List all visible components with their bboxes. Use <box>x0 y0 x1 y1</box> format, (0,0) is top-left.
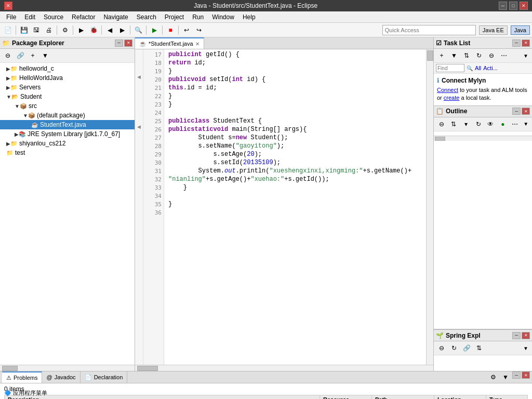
spring-link-button[interactable]: 🔗 <box>461 342 472 354</box>
filter-button[interactable]: ▼ <box>448 50 460 61</box>
tasklist-dropdown[interactable]: ▼ <box>522 52 530 59</box>
spring-collapse-button[interactable]: ⊖ <box>436 342 447 354</box>
print-button[interactable]: 🖨 <box>43 24 55 36</box>
gutter-annotation: ◀ <box>135 74 143 83</box>
outline-sort-button[interactable]: ⇅ <box>448 118 460 130</box>
menu-edit[interactable]: Edit <box>20 12 39 22</box>
outline-minimize-button[interactable]: ─ <box>512 108 521 115</box>
tree-item-default-package[interactable]: ▼ 📦 (default package) <box>0 111 135 120</box>
undo-button[interactable]: ↩ <box>181 24 192 36</box>
tab-close-button[interactable]: ✕ <box>195 41 200 47</box>
outline-collapse-button[interactable]: ⊖ <box>436 118 447 130</box>
outline-more-button[interactable]: ⋯ <box>510 118 521 130</box>
menu-file[interactable]: File <box>2 12 20 22</box>
all-label[interactable]: All <box>475 65 481 71</box>
search-ref-button[interactable]: 🔍 <box>132 24 144 36</box>
spring-close-button[interactable]: ✕ <box>522 332 530 339</box>
menu-run[interactable]: Run <box>188 12 208 22</box>
run-history-button[interactable]: ▶ <box>75 24 87 36</box>
expand-icon: ▼ <box>6 94 11 100</box>
gutter-line <box>135 141 143 149</box>
line-num-34: 34 <box>143 192 164 200</box>
tree-hscroll[interactable] <box>0 365 135 371</box>
menu-navigate[interactable]: Navigate <box>99 12 132 22</box>
create-link[interactable]: create <box>444 95 460 101</box>
stop-button[interactable]: ■ <box>165 24 176 36</box>
spring-refresh-button[interactable]: ↻ <box>448 342 460 354</box>
editor-tab-studenttext[interactable]: ☕ *StudentText.java ✕ <box>135 37 204 49</box>
menu-search[interactable]: Search <box>132 12 161 22</box>
spring-sort-button[interactable]: ⇅ <box>473 342 485 354</box>
tasklist-close-button[interactable]: ✕ <box>522 39 530 47</box>
new-task-button[interactable]: + <box>436 50 447 61</box>
new-button[interactable]: 📄 <box>2 24 14 36</box>
outline-hscroll[interactable] <box>434 136 532 141</box>
find-input[interactable] <box>436 64 464 72</box>
sync-button[interactable]: ↻ <box>473 50 485 61</box>
tasklist-minimize-button[interactable]: ─ <box>512 39 521 47</box>
tab-javadoc[interactable]: @ Javadoc <box>42 371 80 383</box>
problems-close-button[interactable]: ✕ <box>522 371 530 379</box>
view-menu-button[interactable]: ▼ <box>39 50 51 61</box>
line-num-25: 25 <box>143 117 164 125</box>
src-icon: 📦 <box>20 103 27 110</box>
outline-dropdown[interactable]: ▼ <box>522 121 530 127</box>
menu-help[interactable]: Help <box>238 12 260 22</box>
explorer-minimize-button[interactable]: ─ <box>115 39 123 47</box>
debug-button[interactable]: 🐞 <box>88 24 99 36</box>
tab-declaration[interactable]: 📄 Declaration <box>81 371 128 383</box>
spring-dropdown[interactable]: ▼ <box>522 345 530 351</box>
tree-label: JRE System Library [jdk1.7.0_67] <box>28 130 120 138</box>
outline-filter-button[interactable]: ▾ <box>460 118 472 130</box>
spring-minimize-button[interactable]: ─ <box>512 332 521 339</box>
line-num-19: 19 <box>143 67 164 75</box>
connect-link[interactable]: Connect <box>437 87 458 93</box>
line-num-17: 17 <box>143 50 164 59</box>
bottom-dropdown-button[interactable]: ▼ <box>500 371 511 383</box>
explorer-close-button[interactable]: ✕ <box>124 39 132 47</box>
save-all-button[interactable]: 🖫 <box>31 24 42 36</box>
menu-refactor[interactable]: Refactor <box>68 12 99 22</box>
properties-button[interactable]: ⚙ <box>59 24 71 36</box>
next-edit-button[interactable]: ▶ <box>116 24 128 36</box>
perspective-java[interactable]: Java <box>511 25 530 35</box>
link-editor-button[interactable]: 🔗 <box>15 50 26 61</box>
editor-vscroll[interactable] <box>426 49 433 365</box>
tree-item-studenttext[interactable]: ☕ StudentText.java <box>0 120 135 129</box>
prev-edit-button[interactable]: ◀ <box>104 24 115 36</box>
close-button[interactable]: ✕ <box>520 2 528 10</box>
save-button[interactable]: 💾 <box>18 24 30 36</box>
tree-item-shiyanlou[interactable]: ▶ 📁 shiyanlou_cs212 <box>0 139 135 148</box>
menu-window[interactable]: Window <box>208 12 238 22</box>
outline-hide-button[interactable]: 👁 <box>485 118 496 130</box>
more-button[interactable]: ⋯ <box>498 50 510 61</box>
menu-source[interactable]: Source <box>39 12 68 22</box>
quick-access-input[interactable] <box>382 25 476 35</box>
outline-close-button[interactable]: ✕ <box>522 108 530 115</box>
tree-item-servers[interactable]: ▶ 📁 Servers <box>0 83 135 92</box>
editor-hscroll[interactable] <box>135 365 433 371</box>
menu-project[interactable]: Project <box>161 12 188 22</box>
minimize-button[interactable]: ─ <box>499 2 507 10</box>
actions-label[interactable]: Acti... <box>483 65 498 71</box>
new-resource-button[interactable]: + <box>27 50 38 61</box>
tree-item-src[interactable]: ▼ 📦 src <box>0 101 135 111</box>
tree-item-test[interactable]: 📁 test <box>0 148 135 157</box>
outline-sync-button[interactable]: ↻ <box>473 118 484 130</box>
tree-item-jre[interactable]: ▶ 📚 JRE System Library [jdk1.7.0_67] <box>0 129 135 139</box>
perspective-java-ee[interactable]: Java EE <box>479 25 508 35</box>
maximize-button[interactable]: □ <box>509 2 517 10</box>
code-area[interactable]: public int getId() { return id; } public… <box>164 49 426 365</box>
tree-item-student[interactable]: ▼ 📂 Student <box>0 92 135 101</box>
outline-green-button[interactable]: ● <box>497 118 509 130</box>
problems-minimize-button[interactable]: ─ <box>512 371 521 379</box>
collapse-all-button[interactable]: ⊖ <box>2 50 14 61</box>
sort-button[interactable]: ⇅ <box>461 50 472 61</box>
redo-button[interactable]: ↪ <box>193 24 205 36</box>
collapse-button[interactable]: ⊖ <box>486 50 497 61</box>
tree-item-helloworldjava[interactable]: ▶ 📁 HelloWorldJava <box>0 73 135 83</box>
tree-item-helloworldc[interactable]: ▶ 📁 helloworld_c <box>0 64 135 73</box>
tab-problems[interactable]: ⚠ Problems <box>2 371 42 383</box>
run-button[interactable]: ▶ <box>149 24 160 36</box>
bottom-filter-button[interactable]: ⚙ <box>487 371 499 383</box>
